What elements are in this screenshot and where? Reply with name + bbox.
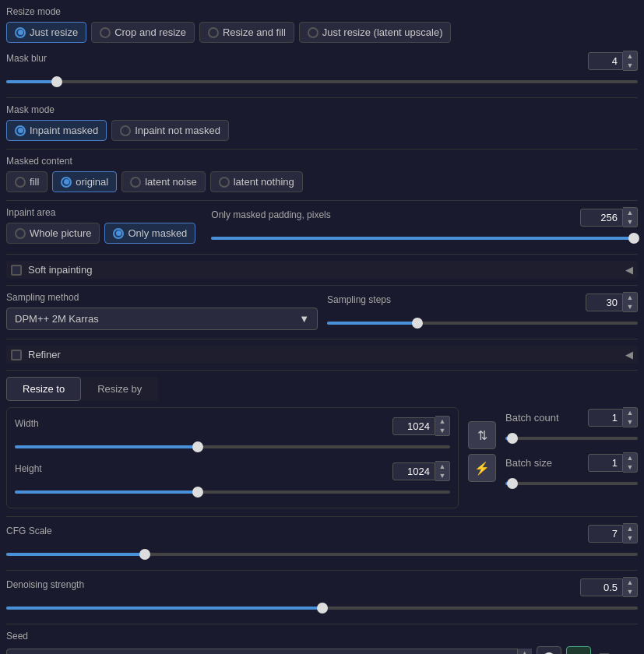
resize-section: Resize to Resize by Width ▲ ▼ [6, 377, 638, 508]
resize-mode-label: Resize mode [6, 6, 638, 17]
refiner-collapse-icon[interactable]: ◀ [625, 349, 633, 360]
sampling-steps-slider[interactable] [327, 315, 638, 331]
resize-mode-resize-and-fill[interactable]: Resize and fill [199, 22, 294, 43]
cfg-scale-slider[interactable] [6, 547, 638, 562]
only-masked-padding-label: Only masked padding, pixels [211, 209, 330, 220]
refiner-checkbox[interactable] [11, 350, 22, 360]
mask-mode-options: Inpaint masked Inpaint not masked [6, 120, 638, 141]
only-masked-padding-slider[interactable] [211, 230, 638, 246]
sampling-method-dropdown[interactable]: DPM++ 2M Karras ▼ [6, 308, 318, 330]
batch-count-up[interactable]: ▲ [623, 408, 637, 417]
width-input[interactable] [392, 417, 435, 435]
inpaint-area-whole-picture[interactable]: Whole picture [6, 223, 100, 244]
sampling-method-group: Sampling method DPM++ 2M Karras ▼ [6, 292, 318, 330]
height-thumb [192, 487, 203, 498]
tab-resize-by[interactable]: Resize by [81, 377, 158, 401]
sampling-steps-fill [327, 322, 417, 325]
denoising-strength-slider[interactable] [6, 600, 638, 616]
masked-content-latent-nothing[interactable]: latent nothing [210, 171, 303, 192]
masked-content-original[interactable]: original [52, 171, 117, 192]
only-masked-padding-input-group: ▲ ▼ [580, 207, 638, 227]
sampling-steps-down[interactable]: ▼ [623, 302, 637, 311]
batch-count-slider[interactable] [505, 431, 638, 446]
soft-inpainting-collapse-icon[interactable]: ◀ [625, 264, 633, 276]
mask-mode-inpaint-masked[interactable]: Inpaint masked [6, 120, 107, 141]
batch-size-down[interactable]: ▼ [623, 462, 637, 472]
denoising-strength-input-group: ▲ ▼ [580, 577, 638, 597]
masked-content-label: Masked content [6, 156, 638, 167]
sampling-steps-group: Sampling steps ▲ ▼ [327, 292, 638, 331]
cfg-scale-down[interactable]: ▼ [623, 533, 637, 543]
resize-mode-crop-and-resize[interactable]: Crop and resize [91, 22, 195, 43]
seed-up[interactable]: ▲ [518, 649, 532, 655]
height-down[interactable]: ▼ [435, 471, 449, 480]
sampling-steps-up[interactable]: ▲ [623, 293, 637, 302]
batch-size-slider[interactable] [505, 476, 638, 491]
seed-recycle-button[interactable]: ♻ [566, 646, 591, 654]
radio-inpaint-not-masked [120, 125, 131, 136]
cfg-scale-track [6, 553, 638, 556]
inpaint-area-label: Inpaint area [6, 207, 195, 218]
radio-inpaint-masked [15, 125, 26, 136]
height-up[interactable]: ▲ [435, 462, 449, 471]
masked-content-fill[interactable]: fill [6, 171, 48, 192]
width-spin: ▲ ▼ [435, 416, 450, 436]
denoising-strength-down[interactable]: ▼ [623, 587, 637, 596]
only-masked-padding-input[interactable] [580, 209, 623, 227]
height-label: Height [15, 463, 42, 474]
swap-dimensions-button[interactable]: ⇅ [468, 421, 496, 449]
batch-size-up[interactable]: ▲ [623, 453, 637, 462]
seed-label: Seed [6, 631, 638, 642]
mask-blur-fill [6, 80, 57, 83]
denoising-strength-spin: ▲ ▼ [623, 577, 638, 597]
seed-input[interactable] [6, 649, 532, 655]
denoising-strength-input[interactable] [580, 578, 623, 596]
sampling-steps-input[interactable] [586, 294, 623, 311]
height-slider[interactable] [15, 484, 450, 500]
only-masked-padding-down[interactable]: ▼ [623, 217, 637, 227]
soft-inpainting-section: Soft inpainting ◀ [6, 261, 638, 279]
only-masked-padding-up[interactable]: ▲ [623, 208, 637, 217]
radio-only-masked [113, 228, 124, 239]
radio-fill [15, 177, 26, 188]
cfg-scale-spin: ▲ ▼ [623, 523, 638, 543]
inpaint-area-group: Inpaint area Whole picture Only masked [6, 207, 195, 244]
width-input-group: ▲ ▼ [392, 416, 450, 436]
width-slider[interactable] [15, 439, 450, 455]
dropdown-arrow-icon: ▼ [299, 313, 309, 325]
mask-blur-slider[interactable] [6, 74, 638, 90]
mask-blur-input[interactable] [588, 52, 623, 70]
width-thumb [192, 441, 203, 452]
height-input-group: ▲ ▼ [392, 461, 450, 481]
soft-inpainting-checkbox[interactable] [11, 265, 22, 276]
aspect-ratio-button[interactable]: ⚡ [468, 454, 496, 482]
denoising-strength-up[interactable]: ▲ [623, 578, 637, 587]
inpaint-area-only-masked[interactable]: Only masked [104, 223, 195, 244]
width-down[interactable]: ▼ [435, 426, 449, 435]
inpaint-area-section: Inpaint area Whole picture Only masked O… [6, 207, 638, 246]
resize-mode-latent-upscale[interactable]: Just resize (latent upscale) [299, 22, 452, 43]
inpaint-area-options: Whole picture Only masked [6, 223, 195, 244]
cfg-scale-up[interactable]: ▲ [623, 524, 637, 533]
refiner-label: Refiner [28, 349, 61, 360]
mask-mode-label: Mask mode [6, 104, 638, 115]
resize-mode-just-resize[interactable]: Just resize [6, 22, 86, 43]
masked-content-latent-noise[interactable]: latent noise [121, 171, 206, 192]
batch-count-down[interactable]: ▼ [623, 417, 637, 427]
masked-content-section: Masked content fill original latent nois… [6, 156, 638, 192]
denoising-strength-section: Denoising strength ▲ ▼ [6, 577, 638, 616]
height-input[interactable] [392, 462, 435, 480]
cfg-scale-thumb [139, 549, 150, 560]
cfg-scale-input[interactable] [588, 525, 623, 543]
mask-blur-down[interactable]: ▼ [623, 61, 637, 70]
tab-resize-to[interactable]: Resize to [6, 377, 81, 401]
mask-blur-up[interactable]: ▲ [623, 51, 637, 61]
batch-count-input[interactable] [588, 409, 623, 427]
batch-size-input[interactable] [588, 454, 623, 472]
seed-spin: ▲ ▼ [517, 649, 532, 655]
seed-dice-button[interactable]: 🎲 [537, 646, 561, 654]
width-up[interactable]: ▲ [435, 417, 449, 426]
mask-mode-inpaint-not-masked[interactable]: Inpaint not masked [111, 120, 229, 141]
radio-latent-noise [130, 177, 141, 188]
radio-resize-fill [208, 27, 219, 38]
